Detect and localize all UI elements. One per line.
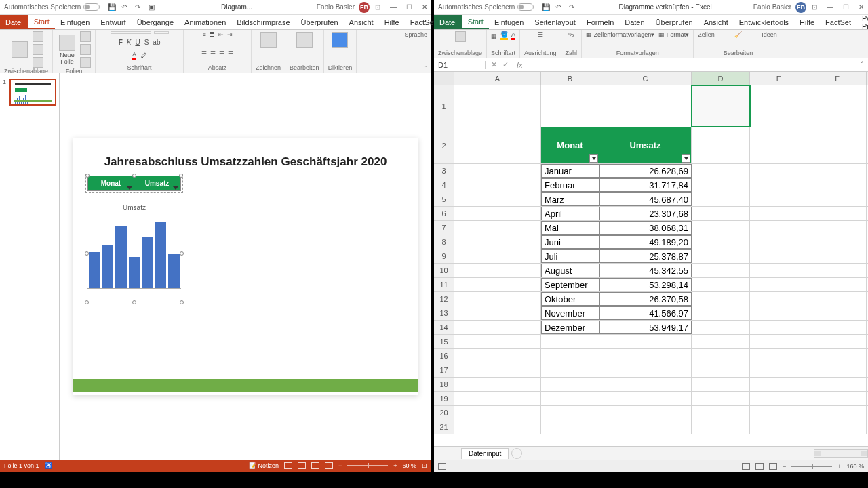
col-A[interactable]: A: [454, 72, 541, 85]
cell[interactable]: [750, 335, 808, 348]
cell[interactable]: [750, 127, 808, 163]
cut-icon[interactable]: [33, 31, 43, 42]
slideshow-view-icon[interactable]: [325, 462, 333, 469]
redo-icon[interactable]: ↷: [135, 3, 143, 12]
maximize-icon[interactable]: ☐: [843, 3, 849, 11]
cell[interactable]: [692, 164, 750, 178]
row-header[interactable]: 4: [434, 178, 454, 192]
chart-bar[interactable]: [129, 257, 140, 288]
cell[interactable]: [750, 420, 808, 434]
cell[interactable]: [692, 235, 750, 249]
record-macro-icon[interactable]: [438, 463, 446, 470]
cell[interactable]: [692, 392, 750, 405]
cell[interactable]: [599, 378, 692, 391]
row-header[interactable]: 11: [434, 278, 454, 291]
underline-button[interactable]: U: [135, 39, 140, 46]
redo-icon[interactable]: ↷: [569, 3, 577, 12]
cell-monat[interactable]: Februar: [541, 178, 599, 192]
fill-color-icon[interactable]: 🪣: [500, 31, 508, 40]
user-avatar[interactable]: FB: [795, 2, 806, 13]
collapse-ribbon-icon[interactable]: ˄: [424, 65, 427, 72]
row-header[interactable]: 21: [434, 420, 454, 434]
filter-icon[interactable]: [127, 186, 132, 190]
cell[interactable]: [750, 178, 808, 192]
cell[interactable]: [808, 378, 867, 391]
cell-monat[interactable]: März: [541, 192, 599, 206]
normal-view-icon[interactable]: [742, 463, 750, 470]
cell[interactable]: [808, 306, 867, 320]
cell[interactable]: [808, 85, 867, 127]
align-left-icon[interactable]: ☰: [201, 48, 207, 55]
horizontal-scrollbar[interactable]: [814, 449, 868, 458]
undo-icon[interactable]: ↶: [555, 3, 564, 12]
cell[interactable]: [454, 264, 541, 277]
cell[interactable]: [808, 164, 867, 178]
save-icon[interactable]: 💾: [542, 3, 550, 12]
col-F[interactable]: F: [808, 72, 867, 85]
autosave-toggle[interactable]: [83, 3, 100, 11]
row-header[interactable]: 16: [434, 349, 454, 363]
cell[interactable]: [599, 392, 692, 405]
pp-user-area[interactable]: Fabio Basler FB: [317, 2, 370, 13]
cell-monat[interactable]: Mai: [541, 221, 599, 235]
layout-icon[interactable]: [80, 31, 91, 42]
cell[interactable]: [454, 249, 541, 263]
cell[interactable]: [808, 178, 867, 192]
row-header[interactable]: 5: [434, 192, 454, 206]
cell[interactable]: [808, 406, 867, 420]
filter-icon[interactable]: [589, 154, 598, 163]
zoom-slider[interactable]: [347, 465, 388, 466]
tab-ansicht[interactable]: Ansicht: [344, 15, 379, 29]
tab-powerpivot[interactable]: Power Pivot: [856, 15, 868, 29]
tab-factset[interactable]: FactSet: [820, 15, 856, 29]
align-icon[interactable]: ☰: [538, 31, 543, 38]
cell[interactable]: [808, 292, 867, 306]
row-header[interactable]: 18: [434, 378, 454, 391]
reset-icon[interactable]: [80, 44, 91, 55]
expand-formula-icon[interactable]: ˅: [856, 60, 868, 69]
cell-umsatz[interactable]: 25.378,87: [599, 249, 692, 263]
cell-monat[interactable]: April: [541, 207, 599, 220]
cell[interactable]: [808, 249, 867, 263]
cell[interactable]: [541, 378, 599, 391]
cell[interactable]: [692, 264, 750, 277]
chart-bar[interactable]: [155, 222, 167, 288]
cell[interactable]: [808, 349, 867, 363]
cell-umsatz[interactable]: 53.298,14: [599, 278, 692, 291]
cell[interactable]: [454, 321, 541, 334]
cell[interactable]: [750, 378, 808, 391]
cell[interactable]: [692, 292, 750, 306]
dictate-button[interactable]: [330, 31, 350, 49]
row-header[interactable]: 15: [434, 335, 454, 348]
cell[interactable]: [454, 335, 541, 348]
bold-button[interactable]: F: [119, 39, 123, 46]
fx-icon[interactable]: fx: [514, 61, 526, 69]
cell[interactable]: [750, 406, 808, 420]
add-sheet-button[interactable]: +: [511, 448, 522, 459]
shadow-button[interactable]: ab: [153, 39, 160, 46]
slide-thumb-1[interactable]: 1: [3, 79, 56, 106]
cell[interactable]: [541, 335, 599, 348]
chart-bar[interactable]: [168, 254, 180, 288]
cell-D1-selected[interactable]: [692, 85, 750, 127]
cell-umsatz[interactable]: 26.370,58: [599, 292, 692, 306]
col-C[interactable]: C: [599, 72, 692, 85]
cell[interactable]: [808, 420, 867, 434]
cell[interactable]: [692, 335, 750, 348]
numbering-icon[interactable]: ≣: [210, 31, 215, 38]
enter-icon[interactable]: ✓: [502, 60, 509, 69]
slide-footer-bar[interactable]: [73, 379, 418, 392]
cell[interactable]: [454, 178, 541, 192]
new-slide-button[interactable]: Neue Folie: [57, 34, 77, 66]
cell-umsatz[interactable]: 31.717,84: [599, 178, 692, 192]
cell[interactable]: [750, 306, 808, 320]
zoom-out-icon[interactable]: −: [338, 462, 342, 469]
cell[interactable]: [750, 264, 808, 277]
col-B[interactable]: B: [541, 72, 599, 85]
format-painter-icon[interactable]: [33, 57, 43, 68]
tab-seitenlayout[interactable]: Seitenlayout: [529, 15, 581, 29]
sheet-tab-dateninput[interactable]: Dateninput: [461, 448, 509, 459]
cell[interactable]: [692, 420, 750, 434]
zoom-level[interactable]: 60 %: [402, 462, 416, 469]
cell[interactable]: [454, 349, 541, 363]
